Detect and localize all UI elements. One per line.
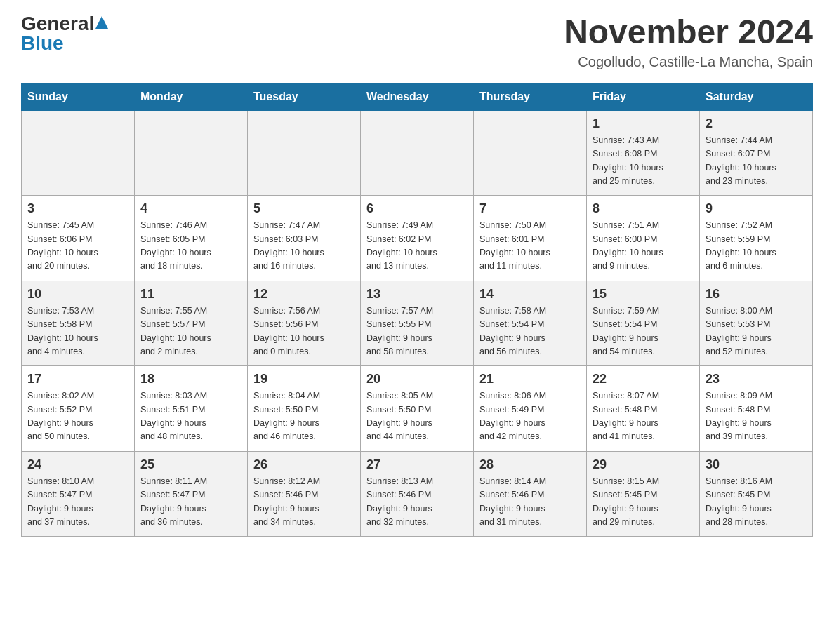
calendar-cell bbox=[248, 110, 361, 196]
day-info: Sunrise: 7:43 AMSunset: 6:08 PMDaylight:… bbox=[593, 134, 694, 189]
page-header: General Blue November 2024 Cogolludo, Ca… bbox=[21, 14, 813, 70]
day-number: 2 bbox=[706, 116, 807, 131]
day-info: Sunrise: 8:12 AMSunset: 5:46 PMDaylight:… bbox=[253, 475, 355, 530]
day-info: Sunrise: 7:57 AMSunset: 5:55 PMDaylight:… bbox=[366, 304, 468, 359]
calendar-cell: 22Sunrise: 8:07 AMSunset: 5:48 PMDayligh… bbox=[587, 366, 700, 452]
day-number: 7 bbox=[479, 201, 581, 216]
day-info: Sunrise: 8:05 AMSunset: 5:50 PMDaylight:… bbox=[366, 389, 468, 444]
day-info: Sunrise: 8:03 AMSunset: 5:51 PMDaylight:… bbox=[140, 389, 241, 444]
day-info: Sunrise: 7:47 AMSunset: 6:03 PMDaylight:… bbox=[253, 219, 355, 274]
logo-general-text: General bbox=[21, 14, 94, 34]
col-header-tuesday: Tuesday bbox=[248, 83, 361, 110]
day-info: Sunrise: 7:44 AMSunset: 6:07 PMDaylight:… bbox=[706, 134, 807, 189]
calendar-cell bbox=[22, 110, 135, 196]
day-number: 10 bbox=[27, 287, 128, 302]
logo-triangle-icon bbox=[95, 16, 108, 29]
day-info: Sunrise: 8:02 AMSunset: 5:52 PMDaylight:… bbox=[27, 389, 128, 444]
day-number: 5 bbox=[253, 201, 355, 216]
day-number: 14 bbox=[479, 287, 581, 302]
calendar-cell: 14Sunrise: 7:58 AMSunset: 5:54 PMDayligh… bbox=[474, 281, 587, 366]
calendar-cell: 3Sunrise: 7:45 AMSunset: 6:06 PMDaylight… bbox=[22, 196, 135, 281]
calendar-cell: 10Sunrise: 7:53 AMSunset: 5:58 PMDayligh… bbox=[22, 281, 135, 366]
calendar-cell: 2Sunrise: 7:44 AMSunset: 6:07 PMDaylight… bbox=[700, 110, 813, 196]
day-number: 18 bbox=[140, 372, 241, 387]
calendar-cell: 8Sunrise: 7:51 AMSunset: 6:00 PMDaylight… bbox=[587, 196, 700, 281]
calendar-cell: 4Sunrise: 7:46 AMSunset: 6:05 PMDaylight… bbox=[135, 196, 248, 281]
col-header-friday: Friday bbox=[587, 83, 700, 110]
day-number: 29 bbox=[593, 457, 694, 472]
calendar-cell: 24Sunrise: 8:10 AMSunset: 5:47 PMDayligh… bbox=[22, 451, 135, 537]
calendar-cell: 19Sunrise: 8:04 AMSunset: 5:50 PMDayligh… bbox=[248, 366, 361, 452]
day-number: 13 bbox=[366, 287, 468, 302]
calendar-cell: 11Sunrise: 7:55 AMSunset: 5:57 PMDayligh… bbox=[135, 281, 248, 366]
day-number: 21 bbox=[479, 372, 581, 387]
day-number: 16 bbox=[706, 287, 807, 302]
day-number: 3 bbox=[27, 201, 128, 216]
day-info: Sunrise: 8:11 AMSunset: 5:47 PMDaylight:… bbox=[140, 475, 241, 530]
subtitle: Cogolludo, Castille-La Mancha, Spain bbox=[564, 54, 813, 70]
day-info: Sunrise: 8:16 AMSunset: 5:45 PMDaylight:… bbox=[706, 475, 807, 530]
day-info: Sunrise: 8:06 AMSunset: 5:49 PMDaylight:… bbox=[479, 389, 581, 444]
calendar-cell bbox=[474, 110, 587, 196]
day-info: Sunrise: 8:00 AMSunset: 5:53 PMDaylight:… bbox=[706, 304, 807, 359]
calendar-cell bbox=[361, 110, 474, 196]
day-info: Sunrise: 7:53 AMSunset: 5:58 PMDaylight:… bbox=[27, 304, 128, 359]
day-number: 23 bbox=[706, 372, 807, 387]
day-info: Sunrise: 7:52 AMSunset: 5:59 PMDaylight:… bbox=[706, 219, 807, 274]
calendar-cell: 13Sunrise: 7:57 AMSunset: 5:55 PMDayligh… bbox=[361, 281, 474, 366]
calendar-cell: 15Sunrise: 7:59 AMSunset: 5:54 PMDayligh… bbox=[587, 281, 700, 366]
calendar-cell: 5Sunrise: 7:47 AMSunset: 6:03 PMDaylight… bbox=[248, 196, 361, 281]
calendar-cell: 12Sunrise: 7:56 AMSunset: 5:56 PMDayligh… bbox=[248, 281, 361, 366]
day-info: Sunrise: 7:58 AMSunset: 5:54 PMDaylight:… bbox=[479, 304, 581, 359]
calendar-cell: 17Sunrise: 8:02 AMSunset: 5:52 PMDayligh… bbox=[22, 366, 135, 452]
day-info: Sunrise: 8:04 AMSunset: 5:50 PMDaylight:… bbox=[253, 389, 355, 444]
calendar-cell: 7Sunrise: 7:50 AMSunset: 6:01 PMDaylight… bbox=[474, 196, 587, 281]
calendar-cell: 26Sunrise: 8:12 AMSunset: 5:46 PMDayligh… bbox=[248, 451, 361, 537]
day-number: 11 bbox=[140, 287, 241, 302]
calendar-cell: 23Sunrise: 8:09 AMSunset: 5:48 PMDayligh… bbox=[700, 366, 813, 452]
day-info: Sunrise: 7:49 AMSunset: 6:02 PMDaylight:… bbox=[366, 219, 468, 274]
day-number: 12 bbox=[253, 287, 355, 302]
day-info: Sunrise: 8:15 AMSunset: 5:45 PMDaylight:… bbox=[593, 475, 694, 530]
day-number: 15 bbox=[593, 287, 694, 302]
day-number: 22 bbox=[593, 372, 694, 387]
col-header-sunday: Sunday bbox=[22, 83, 135, 110]
day-number: 19 bbox=[253, 372, 355, 387]
col-header-monday: Monday bbox=[135, 83, 248, 110]
day-number: 1 bbox=[593, 116, 694, 131]
day-number: 17 bbox=[27, 372, 128, 387]
calendar-cell: 16Sunrise: 8:00 AMSunset: 5:53 PMDayligh… bbox=[700, 281, 813, 366]
day-info: Sunrise: 7:50 AMSunset: 6:01 PMDaylight:… bbox=[479, 219, 581, 274]
day-number: 6 bbox=[366, 201, 468, 216]
svg-marker-0 bbox=[95, 16, 108, 29]
calendar-cell: 1Sunrise: 7:43 AMSunset: 6:08 PMDaylight… bbox=[587, 110, 700, 196]
calendar-cell: 6Sunrise: 7:49 AMSunset: 6:02 PMDaylight… bbox=[361, 196, 474, 281]
day-number: 27 bbox=[366, 457, 468, 472]
calendar-cell: 9Sunrise: 7:52 AMSunset: 5:59 PMDaylight… bbox=[700, 196, 813, 281]
calendar-cell: 28Sunrise: 8:14 AMSunset: 5:46 PMDayligh… bbox=[474, 451, 587, 537]
day-info: Sunrise: 7:51 AMSunset: 6:00 PMDaylight:… bbox=[593, 219, 694, 274]
calendar-table: SundayMondayTuesdayWednesdayThursdayFrid… bbox=[21, 83, 813, 537]
col-header-wednesday: Wednesday bbox=[361, 83, 474, 110]
day-info: Sunrise: 7:46 AMSunset: 6:05 PMDaylight:… bbox=[140, 219, 241, 274]
title-block: November 2024 Cogolludo, Castille-La Man… bbox=[564, 14, 813, 70]
calendar-cell: 30Sunrise: 8:16 AMSunset: 5:45 PMDayligh… bbox=[700, 451, 813, 537]
calendar-cell: 21Sunrise: 8:06 AMSunset: 5:49 PMDayligh… bbox=[474, 366, 587, 452]
day-info: Sunrise: 8:10 AMSunset: 5:47 PMDaylight:… bbox=[27, 475, 128, 530]
day-number: 8 bbox=[593, 201, 694, 216]
day-number: 28 bbox=[479, 457, 581, 472]
logo: General Blue bbox=[21, 14, 108, 53]
day-info: Sunrise: 7:56 AMSunset: 5:56 PMDaylight:… bbox=[253, 304, 355, 359]
logo-blue-text: Blue bbox=[21, 34, 64, 53]
day-number: 9 bbox=[706, 201, 807, 216]
day-number: 24 bbox=[27, 457, 128, 472]
calendar-cell: 25Sunrise: 8:11 AMSunset: 5:47 PMDayligh… bbox=[135, 451, 248, 537]
calendar-cell: 20Sunrise: 8:05 AMSunset: 5:50 PMDayligh… bbox=[361, 366, 474, 452]
day-info: Sunrise: 8:13 AMSunset: 5:46 PMDaylight:… bbox=[366, 475, 468, 530]
calendar-cell: 18Sunrise: 8:03 AMSunset: 5:51 PMDayligh… bbox=[135, 366, 248, 452]
col-header-thursday: Thursday bbox=[474, 83, 587, 110]
day-info: Sunrise: 7:59 AMSunset: 5:54 PMDaylight:… bbox=[593, 304, 694, 359]
calendar-cell bbox=[135, 110, 248, 196]
day-number: 4 bbox=[140, 201, 241, 216]
calendar-cell: 29Sunrise: 8:15 AMSunset: 5:45 PMDayligh… bbox=[587, 451, 700, 537]
